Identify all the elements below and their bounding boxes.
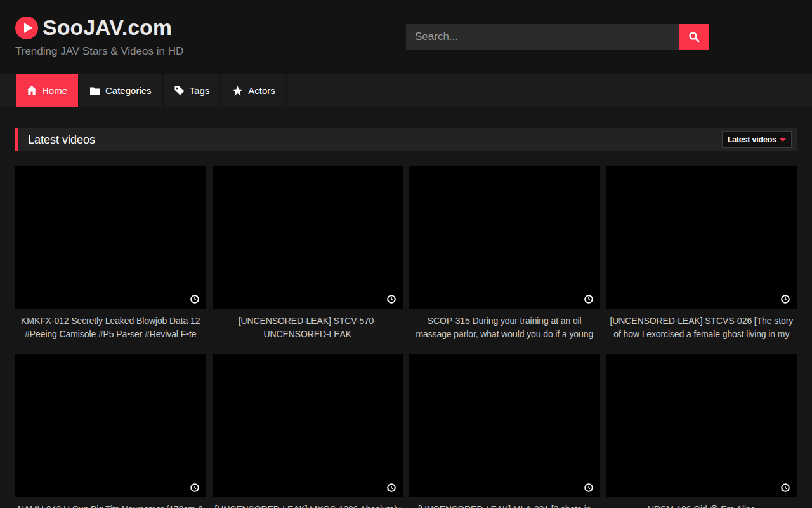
video-thumbnail[interactable] [606, 166, 797, 309]
search-button[interactable] [679, 24, 709, 50]
nav-item-categories[interactable]: Categories [79, 74, 164, 107]
search-input[interactable] [406, 24, 679, 50]
video-title[interactable]: KMKFX-012 Secretly Leaked Blowjob Data 1… [16, 314, 205, 340]
logo[interactable]: SooJAV.com Trending JAV Stars & Videos i… [15, 15, 183, 58]
folder-icon [90, 86, 100, 95]
video-thumbnail[interactable] [409, 166, 600, 309]
clock-icon [387, 295, 396, 304]
main-nav: Home Categories Tags Actors [0, 74, 812, 107]
play-icon [15, 17, 38, 39]
clock-icon [190, 295, 199, 304]
tag-icon [174, 86, 185, 95]
video-title[interactable]: [UNCENSORED-LEAK] STCVS-026 [The story o… [608, 314, 796, 340]
clock-icon [781, 483, 790, 492]
site-header: SooJAV.com Trending JAV Stars & Videos i… [0, 0, 812, 74]
search-icon [688, 31, 700, 43]
clock-icon [387, 483, 396, 492]
main-content: Latest videos Latest videos KMKFX-012 Se… [0, 128, 812, 508]
search-bar [406, 24, 709, 50]
video-card[interactable]: URSM-186 Girl @ Era Alice [606, 354, 797, 508]
section-title: Latest videos [28, 133, 95, 147]
video-card[interactable]: KMKFX-012 Secretly Leaked Blowjob Data 1… [15, 166, 206, 340]
video-thumbnail[interactable] [213, 354, 403, 497]
site-title: SooJAV.com [43, 15, 172, 40]
video-card[interactable]: [UNCENSORED-LEAK] STCVS-026 [The story o… [606, 166, 797, 340]
video-thumbnail[interactable] [409, 354, 600, 497]
clock-icon [781, 295, 790, 304]
video-thumbnail[interactable] [15, 166, 206, 309]
video-card[interactable]: [UNCENSORED-LEAK] MLA-231 [3 shots in [409, 354, 600, 508]
sort-dropdown[interactable]: Latest videos [722, 131, 792, 148]
home-icon [27, 86, 37, 95]
clock-icon [584, 483, 593, 492]
video-card[interactable]: NAMH-043 H Cup Big Tits Newcomer (170cm … [15, 354, 206, 508]
video-card[interactable]: [UNCENSORED-LEAK] MXGS-1306 Absolutely [213, 354, 403, 508]
video-card[interactable]: [UNCENSORED-LEAK] STCV-570-UNCENSORED-LE… [213, 166, 403, 340]
video-thumbnail[interactable] [15, 354, 206, 497]
video-title[interactable]: [UNCENSORED-LEAK] MLA-231 [3 shots in [410, 503, 599, 508]
nav-item-home[interactable]: Home [16, 74, 79, 107]
clock-icon [584, 295, 593, 304]
video-card[interactable]: SCOP-315 During your training at an oil … [409, 166, 600, 340]
nav-item-actors[interactable]: Actors [221, 74, 287, 107]
video-title[interactable]: [UNCENSORED-LEAK] MXGS-1306 Absolutely [214, 503, 402, 508]
video-thumbnail[interactable] [213, 166, 403, 309]
site-tagline: Trending JAV Stars & Videos in HD [15, 45, 183, 58]
clock-icon [190, 483, 199, 492]
chevron-down-icon [780, 138, 786, 142]
video-title[interactable]: NAMH-043 H Cup Big Tits Newcomer (170cm … [16, 503, 205, 508]
video-thumbnail[interactable] [606, 354, 797, 497]
video-title[interactable]: URSM-186 Girl @ Era Alice [608, 503, 796, 508]
star-icon [232, 86, 243, 96]
accent-bar [15, 128, 18, 151]
nav-item-tags[interactable]: Tags [164, 74, 222, 107]
video-grid: KMKFX-012 Secretly Leaked Blowjob Data 1… [15, 166, 797, 508]
section-header: Latest videos Latest videos [15, 128, 797, 151]
video-title[interactable]: [UNCENSORED-LEAK] STCV-570-UNCENSORED-LE… [214, 314, 402, 340]
video-title[interactable]: SCOP-315 During your training at an oil … [410, 314, 599, 340]
